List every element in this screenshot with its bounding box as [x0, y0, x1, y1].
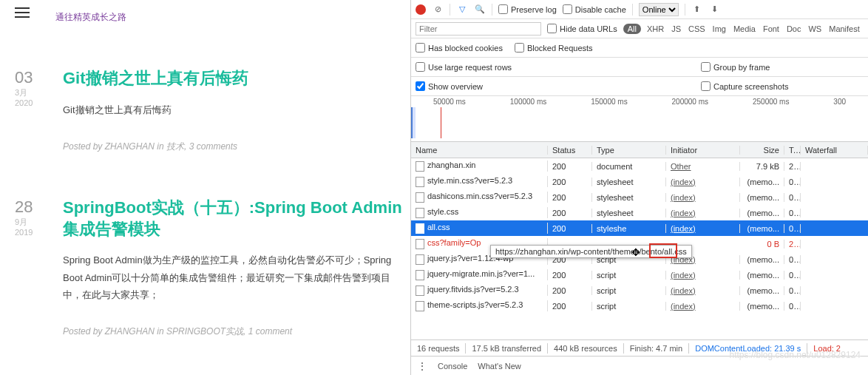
- article: 28 9月 2019 SpringBoot实战（十五）:Spring Boot …: [15, 197, 403, 338]
- table-row[interactable]: dashicons.min.css?ver=5.2.3200stylesheet…: [411, 189, 868, 205]
- file-icon: [416, 270, 424, 280]
- timeline-marker: [441, 107, 441, 138]
- file-icon: [416, 223, 424, 234]
- status-bar: 16 requests 17.5 kB transferred 440 kB r…: [411, 339, 868, 356]
- throttle-select[interactable]: Online: [639, 3, 679, 16]
- search-icon[interactable]: 🔍: [474, 4, 486, 16]
- tab-whatsnew[interactable]: What's New: [478, 362, 521, 371]
- file-icon: [416, 301, 424, 311]
- filter-types: XHR JS CSS Img Media Font Doc WS Manifes…: [647, 24, 860, 33]
- table-row[interactable]: style.min.css?ver=5.2.3200stylesheet(ind…: [411, 174, 868, 189]
- drawer-tabs: ⋮ Console What's New: [411, 356, 868, 375]
- blocked-requests-checkbox[interactable]: Blocked Requests: [515, 43, 593, 53]
- file-icon: [416, 208, 424, 218]
- article-title[interactable]: Git撤销之世上真有后悔药: [63, 68, 403, 89]
- disable-cache-checkbox[interactable]: Disable cache: [563, 4, 626, 14]
- blocked-bar: Has blocked cookies Blocked Requests: [411, 38, 868, 58]
- tab-console[interactable]: Console: [438, 362, 467, 371]
- article-date: 28 9月 2019: [15, 197, 55, 338]
- network-toolbar: ⊘ ▽ 🔍 Preserve log Disable cache Online …: [411, 0, 868, 19]
- file-icon: [416, 286, 424, 296]
- download-icon[interactable]: ⬇: [709, 4, 721, 16]
- clear-icon[interactable]: ⊘: [432, 4, 444, 16]
- large-rows-checkbox[interactable]: Use large request rows: [416, 62, 512, 72]
- table-row[interactable]: jquery.fitvids.js?ver=5.2.3200script(ind…: [411, 283, 868, 298]
- move-cursor-icon: ✥: [631, 246, 640, 258]
- article-meta: Posted by ZHANGHAN in SPRINGBOOT实战, 1 co…: [63, 325, 403, 338]
- capture-screenshots-checkbox[interactable]: Capture screenshots: [701, 81, 864, 91]
- options-bar-1: Use large request rows Group by frame: [411, 58, 868, 77]
- file-icon: [416, 177, 424, 187]
- file-icon: [416, 192, 424, 203]
- hide-data-urls-checkbox[interactable]: Hide data URLs: [547, 24, 617, 33]
- overview-timeline[interactable]: 50000 ms 100000 ms 150000 ms 200000 ms 2…: [411, 96, 868, 142]
- table-row[interactable]: theme-scripts.js?ver=5.2.3200script(inde…: [411, 298, 868, 314]
- article-date: 03 3月 2020: [15, 68, 55, 153]
- table-header: Name Status Type Initiator Size T... Wat…: [411, 142, 868, 158]
- blocked-cookies-checkbox[interactable]: Has blocked cookies: [416, 43, 503, 53]
- preserve-log-checkbox[interactable]: Preserve log: [498, 4, 557, 14]
- filter-all[interactable]: All: [623, 24, 641, 34]
- filter-bar: Hide data URLs All XHR JS CSS Img Media …: [411, 19, 868, 38]
- upload-icon[interactable]: ⬆: [691, 4, 703, 16]
- table-row[interactable]: zhanghan.xin200documentOther7.9 kB2...: [411, 158, 868, 174]
- timeline-handle[interactable]: [411, 107, 416, 138]
- requests-table: Name Status Type Initiator Size T... Wat…: [411, 142, 868, 339]
- article-title[interactable]: SpringBoot实战（十五）:Spring Boot Admin 集成告警模…: [63, 197, 403, 240]
- table-row[interactable]: all.css200styleshe(index)(memo...0...: [411, 220, 868, 236]
- record-icon[interactable]: [416, 4, 426, 15]
- file-icon: [416, 239, 424, 249]
- url-tooltip: https://zhanghan.xin/wp-content/themes/b…: [490, 245, 692, 258]
- filter-icon[interactable]: ▽: [456, 4, 468, 16]
- filter-input[interactable]: [416, 22, 541, 36]
- more-icon[interactable]: ⋮: [417, 360, 427, 372]
- blog-subtitle: 通往精英成长之路: [55, 11, 403, 24]
- file-icon: [416, 161, 424, 172]
- table-row[interactable]: jquery-migrate.min.js?ver=1...200script(…: [411, 267, 868, 283]
- show-overview-checkbox[interactable]: Show overview: [416, 81, 483, 91]
- blog-panel: 通往精英成长之路 03 3月 2020 Git撤销之世上真有后悔药 Git撤销之…: [0, 0, 410, 375]
- hamburger-icon[interactable]: [15, 4, 30, 21]
- article-excerpt: Git撤销之世上真有后悔药: [63, 101, 403, 118]
- devtools-panel: ⊘ ▽ 🔍 Preserve log Disable cache Online …: [410, 0, 868, 375]
- article-excerpt: Spring Boot Admin做为生产级的监控工具，必然自动化告警必不可少；…: [63, 251, 403, 303]
- file-icon: [416, 254, 424, 265]
- article-meta: Posted by ZHANGHAN in 技术, 3 comments: [63, 141, 403, 153]
- group-by-frame-checkbox[interactable]: Group by frame: [701, 62, 864, 72]
- table-row[interactable]: style.css200stylesheet(index)(memo...0..…: [411, 205, 868, 220]
- article: 03 3月 2020 Git撤销之世上真有后悔药 Git撤销之世上真有后悔药 P…: [15, 68, 403, 153]
- options-bar-2: Show overview Capture screenshots: [411, 77, 868, 96]
